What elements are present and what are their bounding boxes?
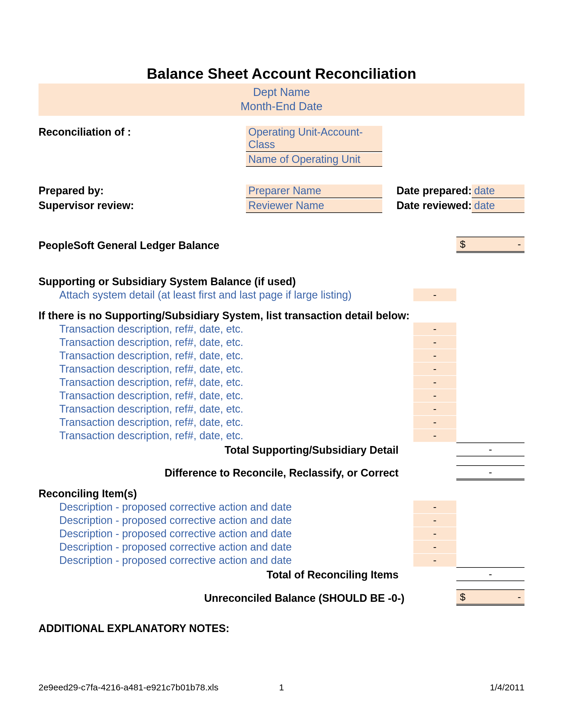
- reconciling-item-row: Description - proposed corrective action…: [38, 541, 525, 553]
- transaction-desc[interactable]: Transaction description, ref#, date, etc…: [38, 429, 408, 442]
- reconciling-item-value[interactable]: -: [413, 554, 456, 567]
- supporting-attach-text: Attach system detail (at least first and…: [38, 289, 408, 301]
- reconciling-heading: Reconciling Item(s): [38, 488, 525, 500]
- no-supporting-heading: If there is no Supporting/Subsidiary Sys…: [38, 310, 525, 322]
- header-band: Dept Name Month-End Date: [38, 84, 525, 116]
- date-reviewed-value[interactable]: date: [472, 199, 525, 213]
- transaction-value[interactable]: -: [413, 363, 456, 375]
- footer-page: 1: [38, 682, 525, 692]
- supporting-attach-value[interactable]: -: [413, 288, 456, 301]
- transaction-value[interactable]: -: [413, 389, 456, 402]
- transaction-desc[interactable]: Transaction description, ref#, date, etc…: [38, 403, 408, 415]
- total-supporting-value: -: [456, 442, 525, 456]
- transaction-value[interactable]: -: [413, 429, 456, 442]
- transaction-row: Transaction description, ref#, date, etc…: [38, 349, 525, 362]
- unreconciled-value: $ -: [456, 589, 525, 604]
- difference-label: Difference to Reconcile, Reclassify, or …: [38, 467, 402, 479]
- notes-heading: ADDITIONAL EXPLANATORY NOTES:: [38, 622, 525, 635]
- supporting-heading: Supporting or Subsidiary System Balance …: [38, 275, 525, 288]
- transaction-value[interactable]: -: [413, 403, 456, 415]
- dept-name: Dept Name: [38, 85, 525, 100]
- transaction-desc[interactable]: Transaction description, ref#, date, etc…: [38, 363, 408, 375]
- reconciling-item-desc[interactable]: Description - proposed corrective action…: [38, 541, 408, 553]
- transaction-value[interactable]: -: [413, 336, 456, 349]
- reconciling-item-row: Description - proposed corrective action…: [38, 501, 525, 513]
- page-footer: 2e9eed29-c7fa-4216-a481-e921c7b01b78.xls…: [38, 682, 525, 692]
- date-prepared-label: Date prepared:: [394, 185, 472, 198]
- transaction-desc[interactable]: Transaction description, ref#, date, etc…: [38, 336, 408, 349]
- total-supporting-row: Total Supporting/Subsidiary Detail -: [38, 442, 525, 456]
- reconciliation-of-label: Reconciliation of :: [38, 126, 246, 152]
- transaction-desc[interactable]: Transaction description, ref#, date, etc…: [38, 349, 408, 362]
- transaction-row: Transaction description, ref#, date, etc…: [38, 323, 525, 335]
- reconciliation-of-block: Reconciliation of : Operating Unit-Accou…: [38, 126, 525, 167]
- reconciling-item-desc[interactable]: Description - proposed corrective action…: [38, 514, 408, 527]
- transaction-desc[interactable]: Transaction description, ref#, date, etc…: [38, 389, 408, 402]
- transaction-row: Transaction description, ref#, date, etc…: [38, 363, 525, 375]
- page-title: Balance Sheet Account Reconciliation: [38, 65, 525, 82]
- supervisor-review-value[interactable]: Reviewer Name: [246, 199, 382, 213]
- unreconciled-row: Unreconciled Balance (SHOULD BE -0-) $ -: [38, 589, 525, 604]
- unreconciled-label: Unreconciled Balance (SHOULD BE -0-): [38, 592, 456, 604]
- prepared-by-value[interactable]: Preparer Name: [246, 185, 382, 198]
- gl-balance-row: PeopleSoft General Ledger Balance $ -: [38, 237, 525, 252]
- reconciling-item-desc[interactable]: Description - proposed corrective action…: [38, 501, 408, 513]
- unreconciled-currency: $: [460, 591, 466, 603]
- gl-balance-label: PeopleSoft General Ledger Balance: [38, 239, 456, 252]
- transaction-desc[interactable]: Transaction description, ref#, date, etc…: [38, 416, 408, 429]
- reconciling-item-row: Description - proposed corrective action…: [38, 527, 525, 540]
- month-end-date: Month-End Date: [38, 100, 525, 114]
- transaction-desc[interactable]: Transaction description, ref#, date, etc…: [38, 323, 408, 335]
- reconciling-item-desc[interactable]: Description - proposed corrective action…: [38, 554, 408, 567]
- prepared-supervisor-block: Prepared by: Preparer Name Date prepared…: [38, 185, 525, 213]
- supporting-attach-row: Attach system detail (at least first and…: [38, 288, 525, 301]
- transaction-row: Transaction description, ref#, date, etc…: [38, 416, 525, 429]
- reconciliation-value-2[interactable]: Name of Operating Unit: [246, 153, 382, 167]
- date-reviewed-label: Date reviewed:: [394, 199, 472, 213]
- reconciling-item-value[interactable]: -: [413, 527, 456, 540]
- transaction-row: Transaction description, ref#, date, etc…: [38, 403, 525, 415]
- transaction-row: Transaction description, ref#, date, etc…: [38, 336, 525, 349]
- transaction-row: Transaction description, ref#, date, etc…: [38, 389, 525, 402]
- reconciling-item-value[interactable]: -: [413, 501, 456, 513]
- total-reconciling-row: Total of Reconciling Items -: [38, 567, 525, 581]
- transaction-value[interactable]: -: [413, 349, 456, 362]
- difference-value: -: [456, 465, 525, 479]
- transaction-row: Transaction description, ref#, date, etc…: [38, 429, 525, 442]
- transaction-value[interactable]: -: [413, 416, 456, 429]
- gl-balance-currency: $: [460, 238, 466, 250]
- gl-balance-amount: -: [518, 238, 521, 250]
- total-reconciling-value: -: [456, 567, 525, 581]
- transaction-value[interactable]: -: [413, 323, 456, 335]
- total-supporting-label: Total Supporting/Subsidiary Detail: [38, 444, 402, 456]
- supervisor-review-label: Supervisor review:: [38, 199, 246, 213]
- reconciling-item-row: Description - proposed corrective action…: [38, 554, 525, 567]
- reconciling-item-value[interactable]: -: [413, 541, 456, 553]
- reconciliation-value-1[interactable]: Operating Unit-Account-Class: [246, 126, 382, 152]
- reconciling-item-row: Description - proposed corrective action…: [38, 514, 525, 527]
- difference-row: Difference to Reconcile, Reclassify, or …: [38, 465, 525, 479]
- date-prepared-value[interactable]: date: [472, 185, 525, 198]
- transaction-row: Transaction description, ref#, date, etc…: [38, 376, 525, 389]
- reconciling-item-desc[interactable]: Description - proposed corrective action…: [38, 527, 408, 540]
- transaction-value[interactable]: -: [413, 376, 456, 389]
- gl-balance-value[interactable]: $ -: [456, 237, 525, 252]
- reconciling-item-value[interactable]: -: [413, 514, 456, 527]
- transaction-desc[interactable]: Transaction description, ref#, date, etc…: [38, 376, 408, 389]
- prepared-by-label: Prepared by:: [38, 185, 246, 198]
- unreconciled-amount: -: [518, 591, 521, 603]
- total-reconciling-label: Total of Reconciling Items: [38, 569, 402, 581]
